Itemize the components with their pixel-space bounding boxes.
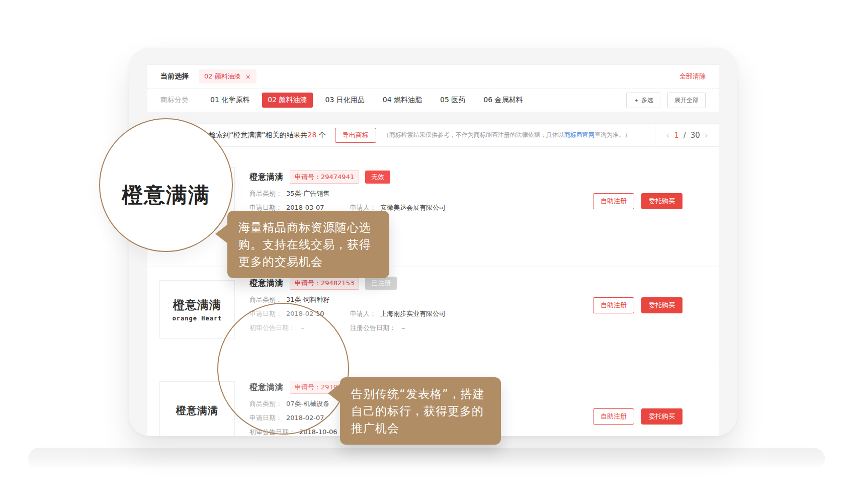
callout-arrow-icon — [215, 224, 228, 244]
pagination: ‹ 1 / 30 › — [655, 124, 719, 146]
disclaimer-pre: （商标检索结果仅供参考，不作为商标能否注册的法律依据；具体以 — [383, 131, 564, 138]
field-label: 注册公告日期： — [350, 324, 396, 331]
callout-text-line: 购。支持在线交易，获得 — [238, 236, 378, 253]
field-value: 安徽美达会展有限公司 — [380, 204, 446, 211]
category-tab-05[interactable]: 05 医药 — [435, 93, 471, 108]
disclaimer-note: （商标检索结果仅供参考，不作为商标能否注册的法律依据；具体以商标局官网查询为准。… — [383, 131, 631, 139]
category-tab-03[interactable]: 03 日化用品 — [320, 93, 370, 108]
page-separator: / — [684, 131, 686, 140]
field-label: 申请人： — [350, 310, 376, 317]
field-label: 商品类别： — [249, 190, 282, 197]
laptop-base — [28, 448, 825, 470]
row-actions: 自助注册 委托购买 — [593, 297, 683, 313]
trademark-info: 橙意满满 申请号：29474941 无效 商品类别：35类-广告销售 申请日期：… — [249, 171, 446, 211]
field-label: 申请人： — [350, 204, 376, 211]
field-label: 申请日期： — [249, 204, 282, 211]
selected-filter-tag[interactable]: 02 颜料油漆 × — [199, 69, 257, 83]
field-value: 31类-饲料种籽 — [286, 296, 329, 303]
page: 当前选择 02 颜料油漆 × 全部清除 商标分类 01 化学原料 02 颜料油漆… — [0, 0, 853, 504]
entrust-purchase-button[interactable]: 委托购买 — [641, 297, 683, 313]
trademark-name: 橙意满满 — [249, 278, 284, 289]
application-number-tag: 申请号：29482153 — [290, 277, 359, 290]
current-selection-bar: 当前选择 02 颜料油漆 × 全部清除 — [147, 65, 719, 89]
remove-filter-icon[interactable]: × — [245, 73, 251, 80]
category-tab-02-selected[interactable]: 02 颜料油漆 — [262, 93, 312, 108]
trademark-title-row: 橙意满满 申请号：29474941 无效 — [249, 171, 446, 183]
field-value: 2018-03-07 — [286, 204, 324, 211]
category-tab-01[interactable]: 01 化学原料 — [205, 93, 255, 108]
field-value: － — [400, 324, 406, 331]
application-number-label: 申请号： — [295, 173, 321, 181]
current-selection-label: 当前选择 — [160, 72, 189, 81]
field-line: 申请日期：2018-03-07 申请人：安徽美达会展有限公司 — [249, 204, 446, 211]
trademark-image-subtext: orange Heart — [173, 315, 222, 322]
next-page-icon[interactable]: › — [705, 130, 708, 140]
row-actions: 自助注册 委托购买 — [593, 408, 683, 425]
callout-bubble-marketplace: 海量精品商标资源随心选 购。支持在线交易，获得 更多的交易机会 — [227, 211, 389, 278]
disclaimer-post: 查询为准。） — [594, 131, 631, 138]
field-label: 商品类别： — [249, 296, 282, 303]
results-header: 为您在当前分类检索到“橙意满满”相关的结果共28 个 导出商标 （商标检索结果仅… — [147, 124, 719, 147]
callout-text-line: 告别传统“发表格”，搭建 — [351, 385, 490, 402]
status-badge: 已注册 — [365, 277, 397, 290]
trademark-image[interactable]: 橙意满满 orange Heart — [159, 280, 235, 339]
application-number-tag: 申请号：29474941 — [290, 171, 359, 184]
field-value: 上海雨步实业有限公司 — [380, 310, 446, 317]
self-register-button[interactable]: 自助注册 — [593, 297, 634, 313]
field-line: 商品类别：31类-饲料种籽 — [249, 296, 446, 303]
application-number-value: 29474941 — [321, 173, 354, 181]
magnifier-circle: 橙意满满 — [99, 118, 233, 252]
filter-panel: 当前选择 02 颜料油漆 × 全部清除 商标分类 01 化学原料 02 颜料油漆… — [147, 64, 719, 112]
callout-text-line: 推广机会 — [351, 419, 490, 437]
magnified-trademark-text: 橙意满满 — [122, 181, 210, 209]
results-summary-area: 为您在当前分类检索到“橙意满满”相关的结果共28 个 导出商标 （商标检索结果仅… — [147, 124, 655, 146]
clear-all-button[interactable]: 全部清除 — [679, 72, 706, 81]
application-number-label: 申请号： — [295, 279, 321, 287]
callout-arrow-icon — [328, 383, 341, 403]
results-count: 28 — [308, 131, 317, 139]
total-pages: 30 — [691, 131, 700, 140]
application-number-value: 29482153 — [321, 279, 354, 287]
callout-text-line: 海量精品商标资源随心选 — [238, 219, 378, 236]
category-tab-06[interactable]: 06 金属材料 — [478, 93, 528, 108]
category-bar-label: 商标分类 — [160, 96, 189, 105]
trademark-title-row: 橙意满满 申请号：29482153 已注册 — [249, 277, 446, 289]
callout-bubble-promotion: 告别传统“发表格”，搭建 自己的标行，获得更多的 推广机会 — [340, 377, 501, 445]
prev-page-icon[interactable]: ‹ — [666, 130, 669, 140]
entrust-purchase-button[interactable]: 委托购买 — [641, 193, 683, 209]
magnifier-circle — [217, 303, 349, 435]
trademark-image-text: 橙意满满 — [176, 404, 218, 417]
self-register-button[interactable]: 自助注册 — [593, 408, 634, 425]
results-summary-suffix: 个 — [316, 131, 325, 139]
export-trademarks-button[interactable]: 导出商标 — [335, 128, 376, 143]
category-tab-04[interactable]: 04 燃料油脂 — [377, 93, 428, 108]
trademark-image-text: 橙意满满 — [173, 297, 221, 313]
callout-text-line: 更多的交易机会 — [238, 253, 378, 270]
multi-select-button[interactable]: ＋ 多选 — [626, 93, 660, 108]
field-value: 35类-广告销售 — [286, 190, 329, 197]
field-line: 商品类别：35类-广告销售 — [249, 190, 446, 197]
selected-filter-tag-text: 02 颜料油漆 — [204, 72, 241, 81]
entrust-purchase-button[interactable]: 委托购买 — [641, 408, 683, 425]
current-page: 1 — [674, 131, 679, 140]
callout-text-line: 自己的标行，获得更多的 — [351, 402, 490, 419]
category-bar: 商标分类 01 化学原料 02 颜料油漆 03 日化用品 04 燃料油脂 05 … — [147, 89, 719, 112]
status-badge: 无效 — [365, 171, 390, 184]
expand-all-button[interactable]: 展开全部 — [667, 93, 706, 108]
trademark-office-link[interactable]: 商标局官网 — [564, 131, 594, 138]
row-actions: 自助注册 委托购买 — [593, 193, 683, 209]
trademark-name: 橙意满满 — [249, 172, 284, 183]
self-register-button[interactable]: 自助注册 — [593, 193, 634, 209]
